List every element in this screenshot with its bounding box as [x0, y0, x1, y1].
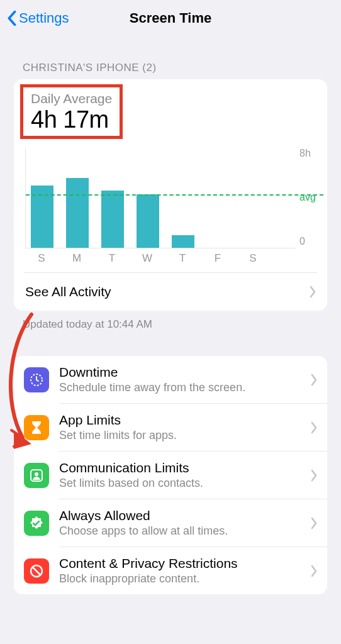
row-body: App LimitsSet time limits for apps. — [59, 413, 311, 442]
chevron-right-icon — [311, 518, 317, 529]
x-tick: T — [171, 252, 194, 265]
chevron-right-icon — [311, 470, 317, 481]
row-title: App Limits — [59, 413, 311, 428]
option-row-contact[interactable]: Communication LimitsSet limits based on … — [14, 452, 327, 499]
chart-bar — [137, 194, 159, 248]
x-tick: S — [30, 252, 53, 265]
downtime-icon — [24, 367, 49, 392]
x-tick: M — [65, 252, 88, 265]
y-axis: 8h avg 0 — [296, 148, 323, 248]
options-list: DowntimeSchedule time away from the scre… — [14, 356, 327, 594]
x-tick: T — [101, 252, 123, 265]
row-title: Communication Limits — [59, 460, 311, 475]
option-row-check-shield[interactable]: Always AllowedChoose apps to allow at al… — [14, 499, 327, 547]
row-subtitle: Choose apps to allow at all times. — [59, 525, 311, 538]
summary-card: Daily Average 4h 17m 8h avg 0 SMTWTFS Se… — [14, 79, 327, 311]
avg-line — [26, 194, 323, 196]
back-button[interactable]: Settings — [8, 10, 69, 26]
nav-bar: Settings Screen Time — [0, 0, 341, 36]
row-subtitle: Set time limits for apps. — [59, 429, 311, 442]
row-subtitle: Block inappropriate content. — [59, 572, 311, 586]
chevron-right-icon — [311, 374, 317, 386]
chevron-right-icon — [310, 286, 316, 297]
device-header: CHRISTINA'S IPHONE (2) — [0, 36, 341, 79]
row-title: Downtime — [59, 365, 311, 380]
updated-label: Updated today at 10:44 AM — [0, 311, 341, 345]
chart-bar — [66, 178, 89, 248]
option-row-downtime[interactable]: DowntimeSchedule time away from the scre… — [14, 356, 327, 403]
row-body: Communication LimitsSet limits based on … — [59, 460, 311, 490]
x-tick: S — [242, 252, 264, 265]
row-title: Always Allowed — [59, 508, 311, 523]
chevron-right-icon — [311, 565, 317, 577]
see-all-activity-row[interactable]: See All Activity — [14, 273, 327, 311]
usage-chart: 8h avg 0 — [14, 139, 327, 248]
row-title: Content & Privacy Restrictions — [59, 556, 311, 571]
chevron-left-icon — [8, 11, 16, 26]
x-axis: SMTWTFS — [14, 248, 327, 272]
option-row-hourglass[interactable]: App LimitsSet time limits for apps. — [14, 404, 327, 451]
row-body: Always AllowedChoose apps to allow at al… — [59, 508, 311, 538]
daily-average-label: Daily Average — [31, 91, 112, 106]
row-body: DowntimeSchedule time away from the scre… — [59, 365, 311, 394]
see-all-label: See All Activity — [25, 284, 111, 299]
chevron-right-icon — [311, 422, 317, 433]
chart-bar — [172, 235, 194, 248]
row-body: Content & Privacy RestrictionsBlock inap… — [59, 556, 311, 586]
option-row-no-entry[interactable]: Content & Privacy RestrictionsBlock inap… — [14, 547, 327, 594]
row-subtitle: Schedule time away from the screen. — [59, 381, 311, 394]
no-entry-icon — [24, 558, 49, 584]
svg-line-4 — [33, 567, 40, 575]
hourglass-icon — [24, 415, 49, 440]
daily-average-box: Daily Average 4h 17m — [20, 84, 123, 139]
avg-marker-label: avg — [299, 192, 316, 203]
x-tick: W — [136, 252, 159, 265]
y-max-label: 8h — [299, 148, 311, 159]
chart-bar — [101, 191, 124, 248]
back-label: Settings — [19, 10, 69, 26]
y-min-label: 0 — [299, 236, 305, 247]
chart-bars — [25, 148, 296, 248]
svg-point-2 — [35, 472, 38, 476]
row-subtitle: Set limits based on contacts. — [59, 477, 311, 490]
daily-average-value: 4h 17m — [31, 106, 112, 133]
contact-icon — [24, 463, 49, 488]
x-tick: F — [206, 252, 229, 265]
check-shield-icon — [24, 511, 49, 536]
